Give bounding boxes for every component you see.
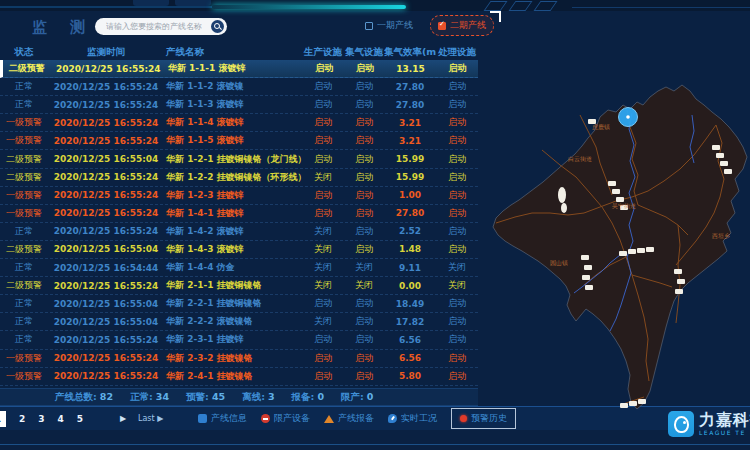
status-badge: 一级预警	[0, 134, 48, 147]
gas-collection-facility: 启动	[344, 352, 384, 365]
production-facility: 关闭	[302, 225, 344, 238]
line-name: 华新 1-2-1 挂镀铜镍铬（龙门线）	[164, 153, 302, 166]
summary-stat: 产线总数: 82	[55, 391, 113, 404]
gas-efficiency: 2.52	[384, 226, 436, 236]
gas-efficiency: 9.11	[384, 263, 436, 273]
table-row[interactable]: 正常 2020/12/25 16:55:24 华新 1-1-3 滚镀锌 启动 启…	[0, 96, 478, 114]
table-row[interactable]: 正常 2020/12/25 16:54:44 华新 1-4-4 仿金 关闭 关闭…	[0, 259, 478, 277]
legend-label: 实时工况	[401, 412, 437, 425]
page-button[interactable]: 3	[38, 414, 44, 424]
line-name: 华新 2-3-2 挂镀镍铬	[164, 352, 302, 365]
phase-filter-checkbox[interactable]: 二期产线	[430, 15, 494, 36]
summary-stat: 离线: 3	[242, 391, 274, 404]
region-map[interactable]: 虎鹿镇 白云街道 吴宁街道 西垣乡 园山镇	[480, 55, 750, 411]
column-header: 生产设施	[302, 46, 344, 59]
table-row[interactable]: 正常 2020/12/25 16:55:24 华新 1-4-2 滚镀锌 关闭 启…	[0, 223, 478, 241]
logo-subtitle: LEAGUE TE	[699, 430, 750, 436]
treatment-facility: 启动	[436, 333, 478, 346]
gas-efficiency: 15.99	[384, 154, 436, 164]
table-row[interactable]: 正常 2020/12/25 16:55:04 华新 2-2-1 挂镀铜镍铬 启动…	[0, 295, 478, 313]
last-page-button[interactable]: Last ▶	[138, 414, 163, 423]
table-header: 状态监测时间产线名称生产设施集气设施集气效率(m³/s)处理设施	[0, 44, 478, 60]
stat-label: 限产:	[341, 391, 364, 404]
gas-collection-facility: 启动	[344, 153, 384, 166]
table-row[interactable]: 二级预警 2020/12/25 16:55:04 华新 1-2-1 挂镀铜镍铬（…	[0, 150, 478, 168]
legend-item[interactable]: 预警历史	[451, 408, 516, 429]
treatment-facility: 启动	[436, 171, 478, 184]
treatment-facility: 启动	[436, 243, 478, 256]
monitor-time: 2020/12/25 16:55:24	[48, 100, 164, 110]
legend-item[interactable]: 实时工况	[388, 412, 437, 425]
map-cluster-marker[interactable]	[619, 108, 638, 127]
line-name: 华新 1-1-4 滚镀锌	[164, 116, 302, 129]
table-row[interactable]: 一级预警 2020/12/25 16:55:24 华新 1-2-3 挂镀锌 启动…	[0, 187, 478, 205]
gas-efficiency: 3.21	[384, 136, 436, 146]
treatment-facility: 启动	[436, 80, 478, 93]
next-page-button[interactable]: ▶	[120, 414, 126, 423]
accent-glow-line	[212, 5, 406, 9]
gas-collection-facility: 启动	[344, 98, 384, 111]
table-row[interactable]: 正常 2020/12/25 16:55:24 华新 2-3-1 挂镀锌 启动 启…	[0, 331, 478, 349]
legend-label: 产线报备	[338, 412, 374, 425]
table-row[interactable]: 一级预警 2020/12/25 16:55:24 华新 1-1-4 滚镀锌 启动…	[0, 114, 478, 132]
table-row[interactable]: 二级预警 2020/12/25 16:55:24 华新 1-2-2 挂镀铜镍铬（…	[0, 169, 478, 187]
monitor-time: 2020/12/25 16:55:24	[48, 281, 164, 291]
production-facility: 关闭	[302, 279, 344, 292]
column-header: 处理设施	[436, 46, 478, 59]
table-row[interactable]: 一级预警 2020/12/25 16:55:24 华新 2-4-1 挂镀镍铬 启…	[0, 368, 478, 386]
stat-value: 0	[317, 391, 324, 404]
table-row[interactable]: 一级预警 2020/12/25 16:55:24 华新 2-3-2 挂镀镍铬 启…	[0, 350, 478, 368]
table-row[interactable]: 二级预警 2020/12/25 16:55:04 华新 1-4-3 滚镀锌 关闭…	[0, 241, 478, 259]
gas-collection-facility: 启动	[344, 171, 384, 184]
production-facility: 启动	[302, 116, 344, 129]
page-button[interactable]: 1	[0, 411, 6, 427]
line-name: 华新 1-4-2 滚镀锌	[164, 225, 302, 238]
legend-item[interactable]: 产线报备	[324, 412, 374, 425]
stat-value: 82	[100, 391, 113, 404]
production-facility: 启动	[302, 370, 344, 383]
search-icon[interactable]	[211, 20, 224, 33]
monitor-time: 2020/12/25 16:55:24	[48, 82, 164, 92]
page-button[interactable]: 5	[77, 414, 83, 424]
page-button[interactable]: 2	[19, 414, 25, 424]
monitor-time: 2020/12/25 16:55:24	[48, 136, 164, 146]
production-facility: 关闭	[302, 171, 344, 184]
gas-efficiency: 13.15	[385, 64, 437, 74]
line-name: 华新 2-1-1 挂镀铜镍铬	[164, 279, 302, 292]
map-place-label: 园山镇	[550, 259, 568, 268]
phase-filters: 一期产线 二期产线	[358, 15, 494, 36]
status-badge: 一级预警	[0, 116, 48, 129]
gas-collection-facility: 启动	[344, 116, 384, 129]
phase-filter-checkbox[interactable]: 一期产线	[358, 16, 420, 35]
treatment-facility: 启动	[436, 370, 478, 383]
production-facility: 关闭	[302, 315, 344, 328]
status-badge: 正常	[0, 225, 48, 238]
gas-collection-facility: 启动	[344, 134, 384, 147]
table-row[interactable]: 一级预警 2020/12/25 16:55:24 华新 1-1-5 滚镀锌 启动…	[0, 132, 478, 150]
gas-collection-facility: 启动	[344, 207, 384, 220]
logo-icon	[668, 411, 694, 437]
legend-label: 预警历史	[471, 412, 507, 425]
production-facility: 启动	[302, 189, 344, 202]
table-row[interactable]: 一级预警 2020/12/25 16:55:24 华新 1-4-1 挂镀锌 启动…	[0, 205, 478, 223]
page-button[interactable]: 4	[58, 414, 64, 424]
search-box	[95, 18, 227, 35]
treatment-facility: 启动	[436, 352, 478, 365]
table-row[interactable]: 正常 2020/12/25 16:55:04 华新 2-2-2 滚镀镍铬 关闭 …	[0, 313, 478, 331]
table-row[interactable]: 正常 2020/12/25 16:55:24 华新 1-1-2 滚镀镍 启动 启…	[0, 78, 478, 96]
stat-value: 34	[156, 391, 169, 404]
monitor-time: 2020/12/25 16:55:24	[48, 208, 164, 218]
legend-item[interactable]: 产线信息	[198, 412, 247, 425]
gas-collection-facility: 启动	[344, 370, 384, 383]
stat-label: 产线总数:	[55, 391, 97, 404]
summary-bar: 产线总数: 82 正常: 34 预警: 45 离线: 3 报备: 0 限产: 0	[0, 388, 478, 406]
legend-item[interactable]: 限产设备	[261, 412, 310, 425]
gas-collection-facility: 启动	[344, 333, 384, 346]
gas-efficiency: 27.80	[384, 208, 436, 218]
table-row[interactable]: 二级预警 2020/12/25 16:55:24 华新 1-1-1 滚镀锌 启动…	[0, 60, 478, 78]
production-facility: 启动	[302, 153, 344, 166]
search-input[interactable]	[104, 21, 211, 32]
table-row[interactable]: 二级预警 2020/12/25 16:55:24 华新 2-1-1 挂镀铜镍铬 …	[0, 277, 478, 295]
treatment-facility: 启动	[436, 62, 478, 75]
status-badge: 一级预警	[0, 207, 48, 220]
